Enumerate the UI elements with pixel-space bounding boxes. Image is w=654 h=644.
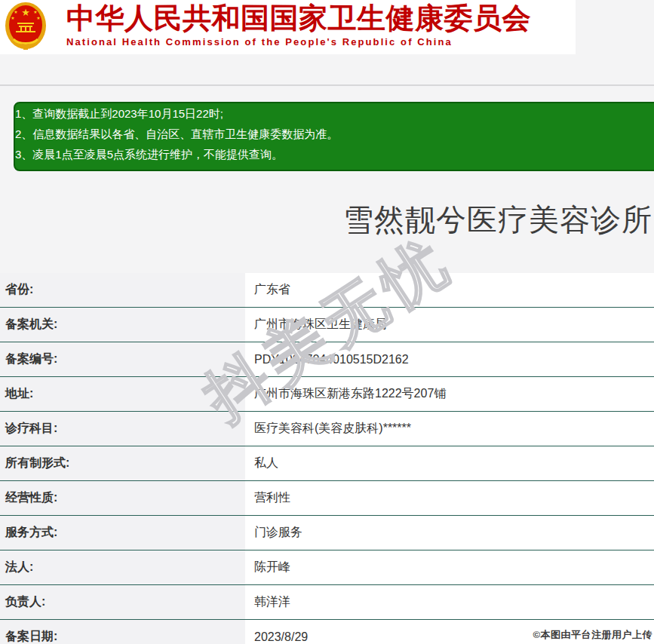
- copyright-note: ©本图由平台注册用户上传: [533, 628, 652, 642]
- table-row: 诊疗科目: 医疗美容科(美容皮肤科)******: [0, 412, 654, 446]
- field-label: 服务方式:: [0, 516, 245, 550]
- field-value: 陈开峰: [245, 550, 654, 584]
- table-row: 经营性质: 营利性: [0, 481, 654, 516]
- field-label: 备案机关:: [0, 308, 245, 342]
- site-title-en: National Health Commission of the People…: [66, 36, 531, 48]
- notice-box: 1、查询数据截止到2023年10月15日22时;2、信息数据结果以各省、自治区、…: [14, 102, 654, 171]
- site-header: ★ ★ ★ ★ ★ 中华人民共和国国家卫生健康委员会 National Heal…: [0, 0, 576, 54]
- field-label: 经营性质:: [0, 481, 245, 515]
- table-row: 备案编号: PDY10047044010515D2162: [0, 342, 654, 377]
- clinic-name-title: 雪然靓兮医疗美容诊所: [343, 199, 652, 241]
- table-row: 服务方式: 门诊服务: [0, 516, 654, 550]
- notice-line: 1、查询数据截止到2023年10月15日22时;: [15, 103, 654, 124]
- header-divider: [0, 84, 654, 86]
- table-row: 备案机关: 广州市海珠区卫生健康局: [0, 308, 654, 342]
- field-value: 私人: [245, 446, 654, 480]
- field-label: 诊疗科目:: [0, 412, 245, 446]
- notice-line: 2、信息数据结果以各省、自治区、直辖市卫生健康委数据为准。: [15, 124, 654, 144]
- field-label: 法人:: [0, 550, 245, 584]
- svg-text:★: ★: [21, 7, 30, 18]
- site-title-block: 中华人民共和国国家卫生健康委员会 National Health Commiss…: [66, 2, 531, 48]
- svg-text:★: ★: [14, 10, 17, 14]
- field-label: 备案日期:: [0, 620, 245, 644]
- field-value: 医疗美容科(美容皮肤科)******: [245, 412, 654, 446]
- field-label: 地址:: [0, 377, 245, 411]
- svg-text:★: ★: [33, 10, 37, 14]
- svg-text:★: ★: [36, 16, 40, 20]
- field-value: 广东省: [245, 273, 654, 307]
- record-table: 省份: 广东省 备案机关: 广州市海珠区卫生健康局 备案编号: PDY10047…: [0, 273, 654, 644]
- table-row: 法人: 陈开峰: [0, 550, 654, 585]
- field-value: 门诊服务: [245, 516, 654, 550]
- field-value: PDY10047044010515D2162: [245, 342, 654, 376]
- table-row: 负责人: 韩洋洋: [0, 585, 654, 620]
- table-row: 地址: 广州市海珠区新港东路1222号207铺: [0, 377, 654, 412]
- site-title-cn: 中华人民共和国国家卫生健康委员会: [66, 2, 531, 35]
- field-value: 广州市海珠区新港东路1222号207铺: [245, 377, 654, 411]
- field-label: 省份:: [0, 273, 245, 307]
- svg-text:★: ★: [11, 16, 14, 20]
- national-emblem-icon: ★ ★ ★ ★ ★: [5, 2, 47, 53]
- table-row: 所有制形式: 私人: [0, 446, 654, 481]
- notice-line: 3、凌晨1点至凌晨5点系统进行维护，不能提供查询。: [15, 144, 654, 164]
- field-label: 负责人:: [0, 585, 245, 619]
- field-value: 广州市海珠区卫生健康局: [245, 308, 654, 342]
- field-value: 营利性: [245, 481, 654, 515]
- field-value: 韩洋洋: [245, 585, 654, 619]
- field-label: 备案编号:: [0, 342, 245, 376]
- table-row: 省份: 广东省: [0, 273, 654, 308]
- field-label: 所有制形式:: [0, 446, 245, 480]
